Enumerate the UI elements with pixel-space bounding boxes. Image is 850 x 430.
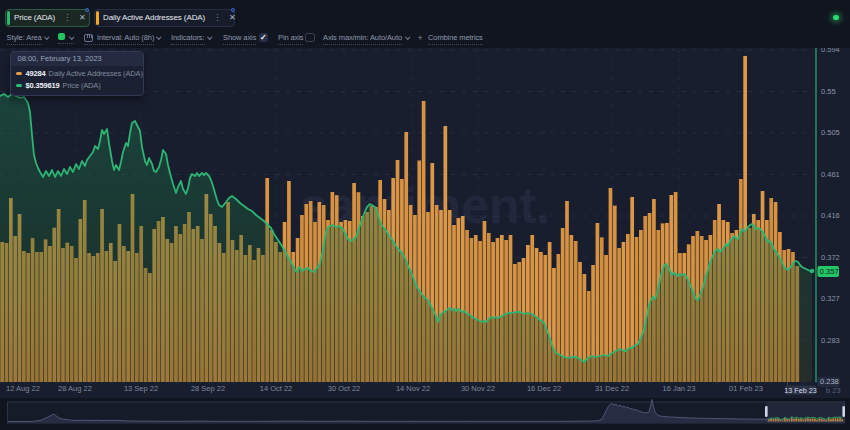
svg-text:0.55: 0.55 <box>821 87 836 96</box>
svg-text:b 23: b 23 <box>826 386 841 395</box>
svg-text:0.372: 0.372 <box>821 253 840 262</box>
svg-text:16 Jan 23: 16 Jan 23 <box>663 384 696 393</box>
svg-text:30 Nov 22: 30 Nov 22 <box>461 384 495 393</box>
svg-text:0.416: 0.416 <box>821 211 840 220</box>
svg-text:14 Nov 22: 14 Nov 22 <box>396 384 430 393</box>
svg-text:0.357: 0.357 <box>820 267 839 276</box>
svg-text:28 Sep 22: 28 Sep 22 <box>191 384 225 393</box>
svg-text:0.327: 0.327 <box>821 294 840 303</box>
svg-text:30 Oct 22: 30 Oct 22 <box>328 384 361 393</box>
svg-text:16 Dec 22: 16 Dec 22 <box>527 384 561 393</box>
svg-text:13 Feb 23: 13 Feb 23 <box>784 386 816 395</box>
svg-text:12 Aug 22: 12 Aug 22 <box>6 384 40 393</box>
svg-text:31 Dec 22: 31 Dec 22 <box>595 384 629 393</box>
svg-text:0.461: 0.461 <box>821 170 840 179</box>
svg-text:28 Aug 22: 28 Aug 22 <box>58 384 92 393</box>
svg-text:0.283: 0.283 <box>821 336 840 345</box>
svg-text:0.505: 0.505 <box>821 128 840 137</box>
svg-text:13 Sep 22: 13 Sep 22 <box>124 384 158 393</box>
svg-text:01 Feb 23: 01 Feb 23 <box>729 384 763 393</box>
svg-text:14 Oct 22: 14 Oct 22 <box>260 384 293 393</box>
